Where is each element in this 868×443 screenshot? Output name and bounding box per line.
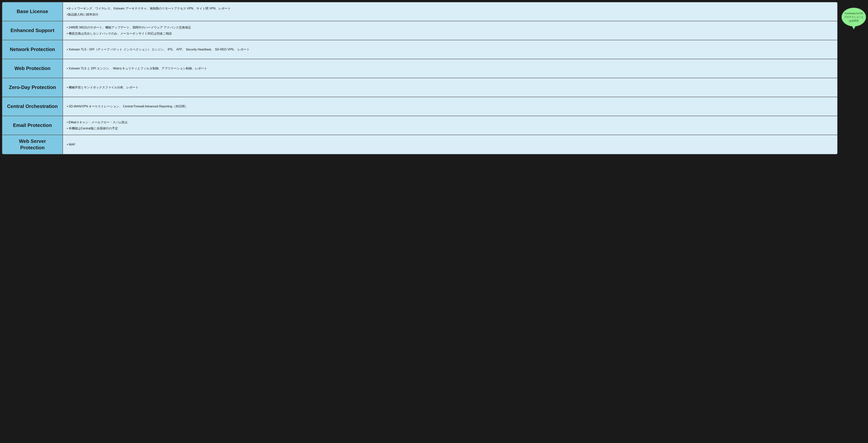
label-text-zero-day-protection: Zero-Day Protection [9,84,56,91]
content-cell-web-server-protection: • WAF [63,135,837,154]
content-cell-network-protection: • Xstream TLS・DPI（ディープ パケット インスペクション） エン… [63,40,837,59]
label-cell-email-protection: Email Protection [2,116,63,135]
content-cell-central-orchestration: • SD-WAN/VPN オーケストレーション、 Central Firewal… [63,97,837,116]
row-zero-day-protection: Zero-Day Protection• 機械学習とサンドボックスファイル分析、… [2,78,837,97]
label-text-network-protection: Network Protection [10,46,55,53]
content-line-email-protection-1: • 本機能はCentral版に全面移行の予定 [67,126,834,131]
content-line-enhanced-support-0: • 24時間 365日のサポート、機能アップデート、期間中のハードウェア アドバ… [67,25,834,30]
content-line-enhanced-support-1: • 機器交換は先出しセンドバックのみ、メーカーオンサイト対応は別途ご相談 [67,31,834,36]
speech-bubble: FortiGateのUTMプロテクションとほぼ同等 [841,8,866,27]
row-email-protection: Email Protection• EMailスキャン・メールフロー・スパム防止… [2,116,837,135]
bubble-text: FortiGateのUTMプロテクションとほぼ同等 [844,11,864,23]
content-line-base-license-1: •製品購入時に標準添付 [67,12,834,17]
content-cell-email-protection: • EMailスキャン・メールフロー・スパム防止• 本機能はCentral版に全… [63,116,837,135]
label-cell-central-orchestration: Central Orchestration [2,97,63,116]
content-line-web-protection-0: • Xstream TLS と DPI エンジン、 Webセキュリティとフィルタ… [67,66,834,71]
label-cell-web-protection: Web Protection [2,59,63,78]
label-text-web-protection: Web Protection [14,65,51,72]
label-text-email-protection: Email Protection [13,122,52,129]
row-central-orchestration: Central Orchestration• SD-WAN/VPN オーケストレ… [2,97,837,116]
label-cell-base-license: Base License [2,2,63,21]
row-web-server-protection: Web Server Protection• WAF [2,135,837,154]
content-line-base-license-0: •ネットワーキング、ワイヤレス、Xstream アーキテクチャ、無制限のリモート… [67,6,834,11]
label-text-enhanced-support: Enhanced Support [10,27,54,34]
label-cell-enhanced-support: Enhanced Support [2,21,63,40]
row-base-license: Base License•ネットワーキング、ワイヤレス、Xstream アーキテ… [2,2,837,21]
content-cell-zero-day-protection: • 機械学習とサンドボックスファイル分析、レポート [63,78,837,97]
label-cell-web-server-protection: Web Server Protection [2,135,63,154]
label-text-central-orchestration: Central Orchestration [7,103,58,110]
content-line-web-server-protection-0: • WAF [67,142,834,147]
label-cell-zero-day-protection: Zero-Day Protection [2,78,63,97]
label-text-web-server-protection: Web Server Protection [6,138,59,151]
main-container: Base License•ネットワーキング、ワイヤレス、Xstream アーキテ… [2,2,866,154]
content-line-central-orchestration-0: • SD-WAN/VPN オーケストレーション、 Central Firewal… [67,104,834,109]
content-cell-base-license: •ネットワーキング、ワイヤレス、Xstream アーキテクチャ、無制限のリモート… [63,2,837,21]
license-table: Base License•ネットワーキング、ワイヤレス、Xstream アーキテ… [2,2,838,154]
content-line-zero-day-protection-0: • 機械学習とサンドボックスファイル分析、レポート [67,85,834,90]
label-cell-network-protection: Network Protection [2,40,63,59]
row-enhanced-support: Enhanced Support• 24時間 365日のサポート、機能アップデー… [2,21,837,40]
content-line-network-protection-0: • Xstream TLS・DPI（ディープ パケット インスペクション） エン… [67,47,834,52]
content-cell-web-protection: • Xstream TLS と DPI エンジン、 Webセキュリティとフィルタ… [63,59,837,78]
content-line-email-protection-0: • EMailスキャン・メールフロー・スパム防止 [67,120,834,125]
row-web-protection: Web Protection• Xstream TLS と DPI エンジン、 … [2,59,837,78]
bubble-container: FortiGateのUTMプロテクションとほぼ同等 [841,2,866,27]
row-network-protection: Network Protection• Xstream TLS・DPI（ディープ… [2,40,837,59]
content-cell-enhanced-support: • 24時間 365日のサポート、機能アップデート、期間中のハードウェア アドバ… [63,21,837,40]
label-text-base-license: Base License [17,8,48,15]
